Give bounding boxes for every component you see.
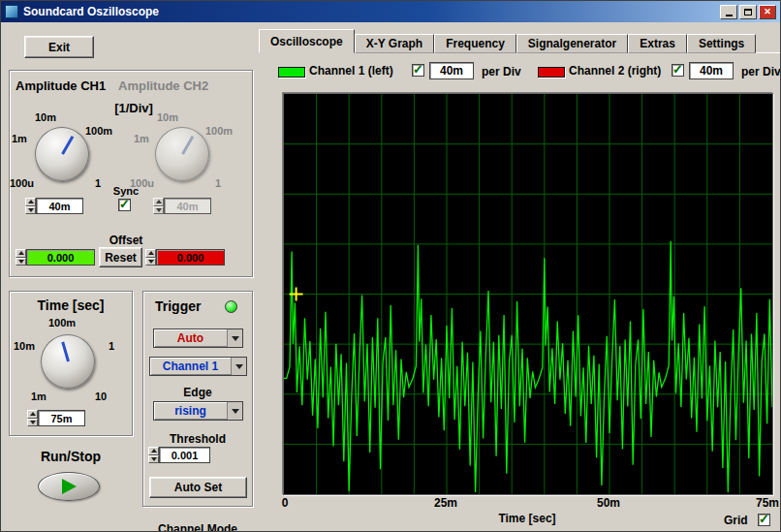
run-stop-button[interactable] [38,472,100,501]
trigger-group: Trigger Auto Channel 1 Edge rising Thres… [142,291,253,507]
ch1-knob-label-1: 1 [95,177,101,189]
offset-label: Offset [95,234,157,247]
maximize-button[interactable] [739,5,757,19]
spin-up-icon [148,248,154,255]
offset-ch1-spinner: 0.000 [16,249,95,266]
ch2-knob-label-10m: 10m [157,111,178,123]
app-icon [5,5,18,18]
check-icon: ✓ [759,515,769,523]
channel-mode-label: Channel Mode [142,522,253,532]
app-window: Soundcard Oszilloscope ✕ Exit Amplitude … [0,0,781,532]
spin-up-icon [30,409,36,416]
trigger-source-value: Channel 1 [150,358,231,375]
x-axis-label: Time [sec] [454,512,600,525]
sync-checkbox[interactable]: ✓ [118,199,131,211]
ch1-knob-label-10m: 10m [35,111,56,123]
spin-up-icon [28,197,34,203]
offset-ch2-up-button[interactable] [145,249,156,258]
time-knob[interactable] [41,334,95,389]
amplitude-ch1-knob[interactable] [35,127,89,181]
play-icon [62,479,77,494]
ch1-knob-label-100u: 100u [10,177,34,189]
channel2-label: Channel 2 (right) [569,64,661,78]
tab-extras[interactable]: Extras [628,34,687,53]
tab-frequency[interactable]: Frequency [434,34,516,53]
x-tick-0: 0 [269,496,300,510]
sync-label: Sync [105,185,147,197]
maximize-icon [744,9,752,16]
time-group: Time [sec] 100m 10m 1 1m 10 75m [9,291,133,436]
spin-down-icon [148,260,154,266]
trigger-led [225,300,237,313]
ch2-knob-label-1m: 1m [134,133,149,144]
offset-ch1-field[interactable]: 0.000 [26,249,95,266]
trigger-source-dropdown[interactable]: Channel 1 [149,357,247,376]
ch1-spin-up-button[interactable] [25,198,36,206]
scope-canvas [284,94,772,494]
ch2-knob-needle [181,136,194,155]
tab-oscilloscope[interactable]: Oscilloscope [259,29,355,53]
time-spin-down-button[interactable] [27,419,38,427]
time-knob-label-10: 10 [95,391,107,402]
threshold-value-field[interactable]: 0.001 [159,447,210,463]
offset-ch2-field[interactable]: 0.000 [156,249,225,266]
ch2-spin-up-button[interactable] [153,198,164,206]
check-icon: ✓ [119,200,130,208]
spin-down-icon [151,457,157,464]
auto-set-button[interactable]: Auto Set [149,477,247,498]
threshold-up-button[interactable] [148,447,159,455]
run-stop-label: Run/Stop [24,449,117,464]
time-knob-label-1m: 1m [31,391,47,402]
channel1-color-swatch [278,67,305,78]
spin-down-icon [156,208,162,215]
minimize-button[interactable] [720,5,737,19]
close-icon: ✕ [764,7,771,16]
offset-ch2-down-button[interactable] [145,258,156,266]
channel2-scale-field[interactable]: 40m [689,62,734,79]
titlebar[interactable]: Soundcard Oszilloscope ✕ [1,1,780,22]
amplitude-group: Amplitude CH1 Amplitude CH2 [1/Div] 10m … [9,70,253,277]
check-icon: ✓ [413,65,423,74]
grid-checkbox[interactable]: ✓ [758,514,770,526]
channel2-checkbox[interactable]: ✓ [672,64,684,77]
exit-button[interactable]: Exit [24,36,94,58]
grid-label: Grid [724,514,748,527]
ch2-spin-down-button[interactable] [153,206,164,215]
tab-settings[interactable]: Settings [687,34,756,53]
close-button[interactable]: ✕ [759,5,776,19]
trigger-edge-dropdown[interactable]: rising [153,401,243,421]
channel1-checkbox[interactable]: ✓ [412,64,424,77]
threshold-spinner: 0.001 [148,447,210,463]
amplitude-ch2-value-field: 40m [164,198,211,214]
spin-down-icon [30,421,36,427]
ch1-knob-label-1m: 1m [12,133,27,144]
tab-xy-graph[interactable]: X-Y Graph [355,34,434,53]
offset-reset-button[interactable]: Reset [99,247,142,267]
trigger-edge-value: rising [154,402,227,420]
spin-down-icon [18,260,24,266]
spin-down-icon [28,208,34,215]
channel1-per-div-label: per Div [482,65,521,78]
spin-up-icon [18,248,24,255]
window-title: Soundcard Oszilloscope [23,5,159,18]
amplitude-ch2-knob[interactable] [155,127,209,181]
minimize-icon [726,15,733,16]
offset-ch1-up-button[interactable] [16,249,26,258]
time-knob-label-100m: 100m [48,317,76,329]
amplitude-ch2-spinner: 40m [153,198,211,214]
trigger-mode-dropdown[interactable]: Auto [153,329,243,348]
x-tick-25m: 25m [430,496,461,510]
time-group-title: Time [sec] [10,297,132,313]
channel1-scale-field[interactable]: 40m [429,62,474,79]
time-spin-up-button[interactable] [27,410,38,419]
tab-strip: Oscilloscope X-Y Graph Frequency Signalg… [259,29,756,53]
threshold-down-button[interactable] [148,455,159,464]
tab-signalgenerator[interactable]: Signalgenerator [516,34,628,53]
time-spinner: 75m [27,410,85,426]
amplitude-ch1-value-field[interactable]: 40m [36,198,83,214]
offset-ch1-down-button[interactable] [16,258,26,266]
channel2-color-swatch [538,67,565,78]
ch1-spin-down-button[interactable] [25,206,36,215]
time-value-field[interactable]: 75m [38,410,85,426]
scope-display[interactable] [283,93,773,495]
